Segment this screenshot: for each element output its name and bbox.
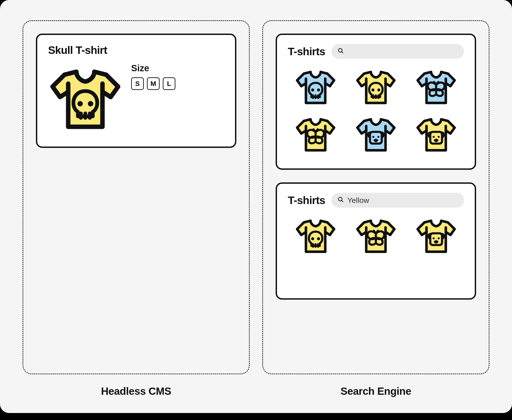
search-icon <box>337 47 344 56</box>
size-button-m[interactable]: M <box>147 77 160 90</box>
size-options: S M L <box>131 77 175 90</box>
headless-cms-box: Skull T-shirt Size <box>23 20 250 374</box>
tshirt-skull-icon <box>48 61 123 136</box>
search-input-all[interactable] <box>331 44 464 59</box>
left-column-label: Headless CMS <box>23 385 250 397</box>
left-column: Skull T-shirt Size <box>23 20 250 397</box>
size-label: Size <box>131 63 175 73</box>
product-row: Size S M L <box>48 61 224 136</box>
card-header-all: T-shirts <box>288 44 464 59</box>
svg-point-18 <box>371 88 374 91</box>
svg-point-37 <box>377 136 380 138</box>
search-value-filtered: Yellow <box>347 196 369 205</box>
columns: Skull T-shirt Size <box>23 20 489 397</box>
product-title: Skull T-shirt <box>48 44 224 56</box>
tshirt-butterfly-icon <box>355 215 397 257</box>
results-grid-all <box>288 64 464 158</box>
svg-point-43 <box>438 136 440 138</box>
svg-point-49 <box>311 237 314 240</box>
tshirt-butterfly-icon <box>295 113 337 155</box>
svg-point-64 <box>435 240 437 242</box>
search-icon <box>337 196 344 205</box>
tshirt-skull-icon <box>295 66 337 108</box>
listing-title-all: T-shirts <box>288 45 325 58</box>
diagram-canvas: Skull T-shirt Size <box>0 0 512 413</box>
size-button-s[interactable]: S <box>131 77 144 90</box>
search-input-filtered[interactable]: Yellow <box>331 193 464 208</box>
svg-point-19 <box>377 88 380 91</box>
size-button-l[interactable]: L <box>163 77 175 90</box>
right-column-label: Search Engine <box>262 385 489 397</box>
svg-line-8 <box>341 52 343 53</box>
svg-point-38 <box>375 139 377 140</box>
svg-line-46 <box>341 200 343 202</box>
svg-point-63 <box>438 237 440 240</box>
svg-point-42 <box>433 136 435 138</box>
svg-point-44 <box>435 139 437 140</box>
results-grid-filtered <box>288 213 464 280</box>
size-section: Size S M L <box>131 61 175 90</box>
svg-point-11 <box>311 88 314 91</box>
listing-title-filtered: T-shirts <box>288 194 325 207</box>
svg-point-62 <box>433 237 435 240</box>
tshirt-skull-icon <box>295 215 337 257</box>
svg-point-12 <box>317 88 320 91</box>
tshirt-butterfly-icon <box>415 66 457 108</box>
tshirt-dog-icon <box>355 113 397 155</box>
right-column: T-shirts <box>262 20 489 397</box>
search-card-all: T-shirts <box>276 34 476 170</box>
tshirt-skull-icon <box>355 66 397 108</box>
svg-point-50 <box>317 237 320 240</box>
svg-point-3 <box>88 101 93 106</box>
search-engine-box: T-shirts <box>262 20 489 374</box>
svg-point-2 <box>78 101 83 106</box>
search-card-filtered: T-shirts Yellow <box>276 182 476 300</box>
product-card: Skull T-shirt Size <box>36 34 236 148</box>
tshirt-dog-icon <box>415 215 457 257</box>
svg-point-36 <box>372 136 374 138</box>
card-header-filtered: T-shirts Yellow <box>288 193 464 208</box>
tshirt-dog-icon <box>415 113 457 155</box>
